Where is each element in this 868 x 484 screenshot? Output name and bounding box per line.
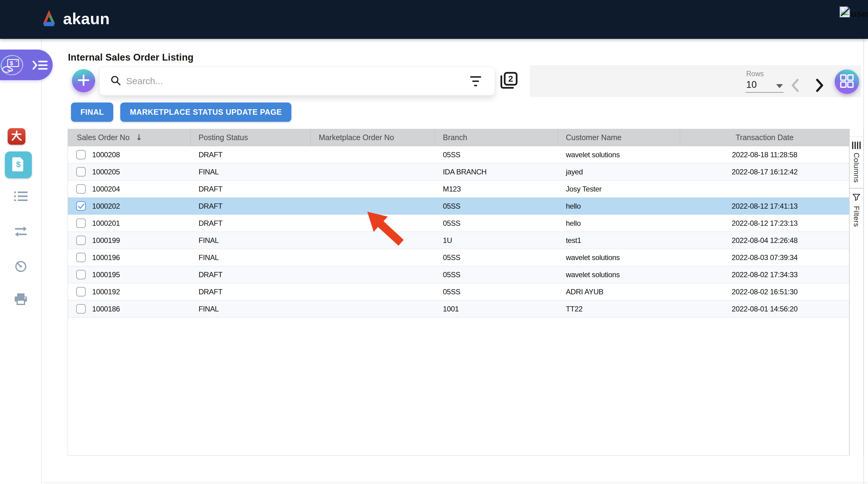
money-hand-icon: $ — [0, 53, 24, 77]
column-header-posting-status[interactable]: Posting Status — [191, 129, 311, 146]
final-button[interactable]: FINAL — [71, 102, 113, 122]
sidebar-expand-button[interactable]: $ — [0, 50, 53, 80]
table-row[interactable]: 1000205 FINAL IDA BRANCH jayed 2022-08-1… — [68, 163, 849, 181]
previous-page-button[interactable] — [788, 77, 802, 93]
table-row[interactable]: 1000201 DRAFT 05SS hello 2022-08-12 17:2… — [68, 215, 849, 232]
cell-sales-order-no: 1000192 — [92, 288, 120, 296]
cell-sales-order-no: 1000201 — [92, 219, 120, 228]
cell-marketplace-order-no — [311, 283, 435, 300]
sales-document-icon: $ — [12, 157, 25, 173]
sidebar-item-transfer[interactable] — [0, 225, 42, 239]
table-row[interactable]: 1000186 FINAL 1001 TT22 2022-08-01 14:56… — [68, 300, 849, 318]
akaun-logo[interactable]: akaun — [39, 0, 110, 39]
column-header-branch[interactable]: Branch — [435, 129, 558, 146]
cell-customer-name: wavelet solutions — [558, 266, 680, 283]
table-body: 1000208 DRAFT 05SS wavelet solutions 202… — [68, 146, 849, 318]
cell-posting-status: FINAL — [191, 249, 311, 266]
scrollbar-track-line[interactable] — [863, 39, 864, 484]
row-checkbox[interactable] — [76, 219, 86, 228]
cell-sales-order-no: 1000204 — [92, 185, 120, 193]
swap-arrows-icon — [14, 225, 28, 239]
table-row[interactable]: 1000204 DRAFT M123 Josy Tester — [68, 181, 849, 198]
row-checkbox[interactable] — [76, 287, 86, 296]
filters-tab-label: Filters — [852, 206, 861, 227]
cell-customer-name: wavelet solutions — [558, 146, 680, 163]
cell-transaction-date: 2022-08-12 17:23:13 — [680, 215, 849, 232]
table-row[interactable]: 1000208 DRAFT 05SS wavelet solutions 202… — [68, 146, 849, 163]
cell-posting-status: DRAFT — [191, 283, 311, 300]
rows-per-page-label: Rows — [746, 70, 764, 78]
row-checkbox[interactable] — [76, 201, 86, 211]
cell-marketplace-order-no — [311, 146, 435, 163]
row-checkbox[interactable] — [76, 304, 86, 314]
row-checkbox[interactable] — [76, 253, 86, 262]
sidebar-item-list[interactable] — [0, 191, 42, 203]
search-bar — [99, 67, 495, 95]
table-row[interactable]: 1000199 FINAL 1U test1 2022-08-04 12:26:… — [68, 232, 849, 249]
cell-posting-status: DRAFT — [191, 215, 311, 232]
table-row[interactable]: 1000192 DRAFT 05SS ADRI AYUB 2022-08-02 … — [68, 283, 849, 300]
row-checkbox[interactable] — [76, 150, 86, 159]
expand-menu-icon — [32, 59, 48, 71]
sidebar-item-print[interactable] — [0, 293, 42, 307]
column-header-transaction-date[interactable]: Transaction Date — [680, 129, 849, 146]
grid-view-button[interactable] — [835, 69, 859, 94]
cell-customer-name: test1 — [558, 232, 680, 249]
cell-sales-order-no: 1000205 — [92, 168, 120, 176]
cell-marketplace-order-no — [311, 249, 435, 266]
table-row[interactable]: 1000202 DRAFT 05SS hello 2022-08-12 17:4… — [68, 198, 849, 215]
red-annotation-arrow — [366, 210, 407, 248]
svg-text:$: $ — [16, 160, 21, 169]
table-row[interactable]: 1000195 DRAFT 05SS wavelet solutions 202… — [68, 266, 849, 283]
sidebar-item-red-app[interactable] — [8, 128, 25, 145]
table-side-tabs: Columns Filters — [849, 129, 863, 456]
cell-customer-name: hello — [558, 215, 680, 232]
cell-branch: 05SS — [435, 283, 558, 300]
cell-customer-name: Josy Tester — [558, 181, 680, 197]
timer-clock-icon — [14, 259, 28, 274]
filters-tab[interactable]: Filters — [850, 189, 863, 229]
cell-marketplace-order-no — [311, 181, 435, 197]
filter-sort-icon[interactable] — [467, 73, 484, 89]
columns-tab[interactable]: Columns — [850, 137, 863, 189]
sidebar-item-sales-active[interactable]: $ — [5, 152, 32, 179]
column-header-customer-name[interactable]: Customer Name — [558, 129, 680, 146]
cell-transaction-date: 2022-08-12 17:41:13 — [680, 198, 849, 215]
cell-transaction-date: 2022-08-04 12:26:48 — [680, 232, 849, 249]
table-row[interactable]: 1000196 FINAL 05SS wavelet solutions 202… — [68, 249, 849, 266]
top-navbar: akaun user — [0, 0, 868, 39]
grid-squares-icon — [840, 74, 854, 89]
user-alt-text: user — [851, 9, 868, 19]
row-checkbox[interactable] — [76, 167, 86, 176]
column-header-marketplace-order-no[interactable]: Marketplace Order No — [311, 129, 435, 146]
list-icon — [14, 191, 28, 203]
marketplace-status-update-button[interactable]: MARKETPLACE STATUS UPDATE PAGE — [120, 102, 291, 122]
sidebar-item-history[interactable] — [0, 259, 42, 274]
cell-customer-name: ADRI AYUB — [558, 283, 680, 300]
cell-posting-status: FINAL — [191, 163, 311, 180]
cell-transaction-date — [680, 181, 849, 197]
rows-per-page-select[interactable]: 10 — [746, 79, 783, 93]
columns-tab-label: Columns — [852, 153, 861, 183]
cell-posting-status: DRAFT — [191, 266, 311, 283]
duplicate-layer-2-icon[interactable]: 2 — [499, 71, 519, 91]
broken-image-icon — [839, 6, 850, 19]
user-avatar-broken-image[interactable]: user — [839, 6, 868, 19]
search-input[interactable] — [126, 76, 467, 86]
cell-sales-order-no: 1000199 — [92, 236, 120, 245]
cell-branch: 1001 — [435, 300, 558, 317]
app-root: akaun user — [0, 0, 868, 484]
cell-branch: 1U — [435, 232, 558, 249]
cell-posting-status: DRAFT — [191, 198, 311, 215]
add-sales-order-button[interactable] — [72, 69, 95, 92]
cell-transaction-date: 2022-08-03 07:39:34 — [680, 249, 849, 266]
cell-branch: M123 — [435, 181, 558, 197]
column-header-sales-order-no[interactable]: Sales Order No ↓ — [68, 129, 191, 146]
row-checkbox[interactable] — [76, 235, 86, 245]
sort-descending-icon[interactable]: ↓ — [135, 133, 142, 142]
svg-text:$: $ — [10, 60, 13, 66]
row-checkbox[interactable] — [76, 270, 86, 279]
cell-customer-name: wavelet solutions — [558, 249, 680, 266]
next-page-button[interactable] — [813, 77, 826, 93]
row-checkbox[interactable] — [76, 184, 86, 194]
